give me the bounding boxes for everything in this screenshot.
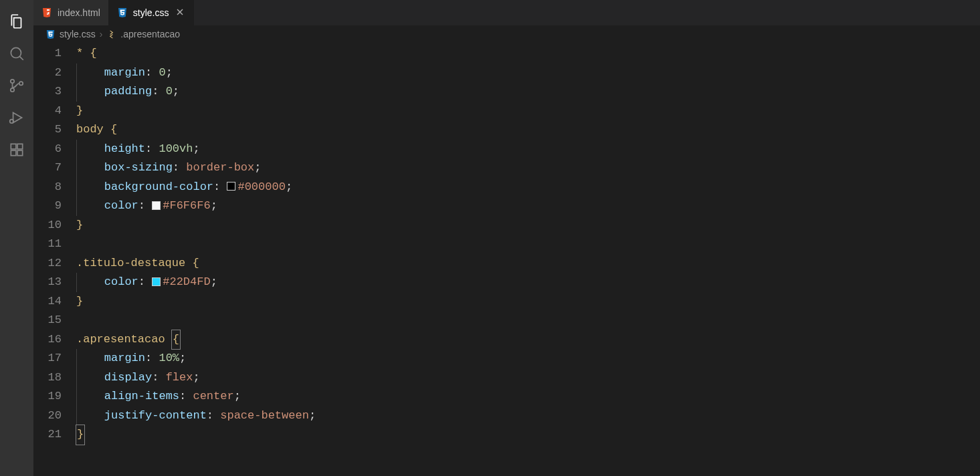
symbol-class-icon (106, 29, 116, 39)
line-number: 8 (33, 178, 62, 197)
code-line: margin: 10%; (76, 349, 980, 368)
code-line: padding: 0; (76, 82, 980, 102)
svg-point-0 (11, 47, 21, 57)
line-number: 1 (33, 44, 62, 64)
line-number: 21 (33, 425, 62, 445)
code-line: } (76, 292, 980, 312)
app-root: index.html style.css style.css › (0, 0, 980, 476)
svg-rect-10 (17, 150, 23, 156)
line-number: 10 (33, 216, 62, 235)
html-icon (41, 7, 52, 18)
activity-source-control[interactable] (1, 71, 33, 103)
chevron-right-icon: › (100, 29, 103, 39)
svg-line-1 (19, 56, 23, 60)
code-line: justify-content: space-between; (76, 406, 980, 426)
line-number: 7 (33, 158, 62, 178)
line-number: 13 (33, 273, 62, 292)
line-number: 4 (33, 102, 62, 121)
line-number: 15 (33, 311, 62, 330)
tab-bar: index.html style.css (33, 0, 980, 25)
code-line: display: flex; (76, 368, 980, 388)
code-line (76, 311, 980, 330)
line-number: 5 (33, 120, 62, 140)
svg-point-4 (19, 82, 23, 85)
line-number: 18 (33, 368, 62, 388)
code-line: background-color: #000000; (76, 178, 980, 197)
svg-rect-9 (11, 150, 16, 156)
activity-extensions[interactable] (1, 135, 33, 167)
tab-label: index.html (58, 7, 100, 18)
tab-style-css[interactable]: style.css (109, 0, 194, 25)
tab-label: style.css (133, 7, 169, 18)
line-number: 9 (33, 197, 62, 216)
line-number: 20 (33, 406, 62, 426)
svg-rect-7 (11, 144, 16, 149)
main-area: index.html style.css style.css › (33, 0, 980, 476)
code-line: align-items: center; (76, 387, 980, 406)
line-number: 14 (33, 292, 62, 312)
svg-point-6 (10, 120, 13, 123)
svg-marker-5 (13, 112, 22, 122)
code-line: .apresentacao { (76, 330, 980, 350)
code-line: } (76, 216, 980, 235)
code-area[interactable]: * { margin: 0; padding: 0; } body { heig… (76, 44, 980, 476)
code-line: * { (76, 44, 980, 64)
breadcrumb-file: style.css (60, 29, 96, 39)
line-number: 11 (33, 235, 62, 254)
color-swatch[interactable] (152, 277, 161, 286)
tab-close-button[interactable] (175, 7, 185, 18)
css-icon (45, 29, 56, 39)
code-line (76, 235, 980, 254)
code-line: } (76, 102, 980, 121)
breadcrumb[interactable]: style.css › .apresentacao (33, 25, 980, 43)
code-line: } (76, 425, 980, 445)
line-number: 16 (33, 330, 62, 350)
code-line: color: #22D4FD; (76, 273, 980, 292)
breadcrumb-symbol: .apresentacao (120, 29, 180, 39)
line-number: 6 (33, 140, 62, 159)
line-number: 2 (33, 64, 62, 83)
activity-bar (0, 0, 33, 476)
activity-run-debug[interactable] (1, 103, 33, 135)
code-line: .titulo-destaque { (76, 254, 980, 273)
close-icon (176, 7, 184, 18)
line-number: 17 (33, 349, 62, 368)
search-icon (8, 45, 25, 65)
line-number: 3 (33, 82, 62, 102)
svg-point-2 (11, 80, 14, 83)
branch-icon (8, 77, 25, 97)
code-line: color: #F6F6F6; (76, 197, 980, 216)
svg-rect-8 (17, 144, 23, 149)
code-line: body { (76, 120, 980, 140)
extensions-icon (8, 141, 25, 161)
css-icon (117, 7, 128, 18)
files-icon (8, 13, 25, 33)
code-editor[interactable]: 1 2 3 4 5 6 7 8 9 10 11 12 13 14 15 16 1… (33, 43, 980, 476)
color-swatch[interactable] (227, 182, 235, 191)
line-number: 12 (33, 254, 62, 273)
debug-icon (8, 109, 25, 129)
line-number-gutter: 1 2 3 4 5 6 7 8 9 10 11 12 13 14 15 16 1… (33, 44, 76, 476)
svg-point-3 (11, 88, 14, 92)
code-line: margin: 0; (76, 64, 980, 83)
color-swatch[interactable] (152, 201, 161, 210)
code-line: box-sizing: border-box; (76, 158, 980, 178)
tab-index-html[interactable]: index.html (33, 0, 109, 25)
activity-search[interactable] (1, 39, 33, 71)
activity-explorer[interactable] (1, 7, 33, 39)
line-number: 19 (33, 387, 62, 406)
code-line: height: 100vh; (76, 140, 980, 159)
